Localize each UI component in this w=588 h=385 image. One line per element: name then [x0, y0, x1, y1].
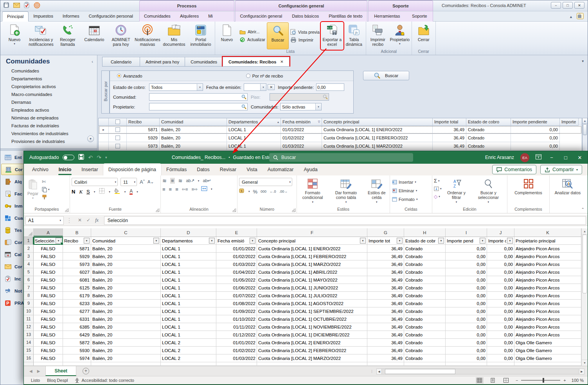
cell-K3[interactable]: Alejandro Picon Arcos [514, 253, 581, 260]
cell-J9[interactable]: 0,00 [487, 300, 514, 307]
cell-D7[interactable]: LOCAL 1 [161, 284, 216, 292]
cell-G9[interactable]: 36,49 [367, 300, 404, 307]
status-scroll-lock[interactable]: Bloq Despl [47, 378, 68, 383]
cell-D3[interactable]: LOCAL 1 [161, 253, 216, 260]
menu-tab-configuraci-n-personal[interactable]: Configuración personal [84, 11, 138, 22]
worksheet-vertical-scrollbar[interactable]: ▲ ▼ [581, 228, 588, 366]
cell-E6[interactable]: 01/05/2022 [216, 276, 257, 284]
cell-F4[interactable]: Cuota Ordinaria [LOCAL 1] MARZO/2022 [257, 260, 367, 268]
scroll-thumb[interactable] [583, 124, 587, 135]
cell-B6[interactable]: 6081 [63, 276, 91, 284]
cell-G10[interactable]: 36,49 [367, 307, 404, 315]
menu-tab-impuestos[interactable]: Impuestos [29, 11, 58, 22]
cell-D12[interactable]: LOCAL 1 [161, 323, 216, 331]
cell-F15[interactable]: Cuota Ordinaria [LOCAL 2] FEBRERO/2022 [257, 347, 367, 354]
cell-C2[interactable]: Bailén, 20 [91, 245, 161, 253]
cell-J4[interactable]: 0,00 [487, 260, 514, 268]
status-accessibility[interactable]: Accesibilidad: todo correcto [75, 378, 134, 383]
cell-D6[interactable]: LOCAL 1 [161, 276, 216, 284]
cell-C14[interactable]: Bailén, 20 [91, 339, 161, 347]
comunidad-input[interactable] [149, 93, 248, 101]
menu-tab-informes[interactable]: Informes [58, 11, 84, 22]
cell-B10[interactable]: 6277 [63, 307, 91, 315]
cell-G8[interactable]: 36,49 [367, 292, 404, 300]
header-cell-D1[interactable]: Departamentos▼ [161, 237, 216, 245]
cell-B3[interactable]: 5929 [63, 253, 91, 260]
decrease-font-icon[interactable]: A⌄ [147, 179, 154, 184]
column-header-fecha-emisi-n[interactable]: Fecha emisión∇ [281, 118, 322, 126]
fecha-emision-select[interactable]: ▾ [244, 83, 266, 91]
cell-I8[interactable]: 0,00 [446, 292, 487, 300]
cell-C10[interactable]: Bailén, 20 [91, 307, 161, 315]
name-box[interactable]: A1▾ [25, 216, 64, 225]
fx-icon[interactable]: fx [95, 217, 99, 223]
font-color-icon[interactable]: A [129, 189, 133, 195]
estado-cobro-select[interactable]: Todos▾ [149, 83, 203, 91]
cell[interactable]: Cuota Ordinaria [LOCAL 1] FEBRERO/2022 [322, 134, 433, 142]
increase-indent-icon[interactable]: ≡⇨ [191, 187, 198, 192]
cell-D9[interactable]: LOCAL 1 [161, 300, 216, 307]
column-header-importe-total[interactable]: Importe total [433, 118, 466, 126]
filter-dropdown-icon[interactable]: ▼ [56, 238, 61, 244]
column-header-C[interactable]: C [91, 228, 161, 237]
recoger-llamada-button[interactable]: Recoger llamada [54, 22, 81, 49]
cell-B16[interactable]: 5974 [63, 354, 91, 362]
cell-D13[interactable]: LOCAL 1 [161, 331, 216, 339]
cell-G5[interactable]: 36,49 [367, 268, 404, 276]
cell-F5[interactable]: Cuota Ordinaria [LOCAL 1] ABRIL/2022 [257, 268, 367, 276]
sidebar-item-copropietarios-activos[interactable]: Copropietarios activos [11, 83, 97, 90]
cell-F6[interactable]: Cuota Ordinaria [LOCAL 1] MAYO/2022 [257, 276, 367, 284]
calendario-button[interactable]: Calendario [81, 22, 108, 49]
sidebar-item-vencimientos-de-industriales[interactable]: Vencimientos de industriales [11, 130, 97, 137]
cell-G12[interactable]: 36,49 [367, 323, 404, 331]
header-cell-B1[interactable]: Recibo▼ [63, 237, 91, 245]
close-icon[interactable]: ✕ [574, 2, 584, 9]
autosave-toggle[interactable] [63, 155, 74, 160]
close-tab-icon[interactable]: ✕ [280, 57, 283, 67]
cell-K8[interactable]: Alejandro Picon Arcos [514, 292, 581, 300]
cell[interactable]: 5973 [127, 142, 160, 150]
cell-K14[interactable]: Olga Olle Gamero [514, 339, 581, 347]
cell-F9[interactable]: Cuota Ordinaria [LOCAL 1] AGOSTO/2022 [257, 300, 367, 307]
scroll-left-icon[interactable]: ◀ [376, 369, 382, 374]
align-top-icon[interactable]: ≋ [162, 178, 167, 184]
cell-B13[interactable]: 6429 [63, 331, 91, 339]
scroll-up-icon[interactable]: ▲ [582, 228, 588, 235]
cell[interactable] [367, 362, 404, 366]
abrir-button[interactable]: Abrir... [239, 29, 265, 34]
radio-por-recibo[interactable] [246, 74, 250, 78]
cell-E4[interactable]: 01/03/2022 [216, 260, 257, 268]
mail-icon[interactable] [13, 2, 20, 9]
cell[interactable] [514, 362, 581, 366]
vista-previa-button[interactable]: Vista previa [290, 29, 320, 35]
tasks-icon[interactable] [23, 2, 30, 9]
cell-E12[interactable]: 01/11/2022 [216, 323, 257, 331]
close-icon[interactable]: ✕ [576, 155, 584, 161]
cell-G6[interactable]: 36,49 [367, 276, 404, 284]
cell-F10[interactable]: Cuota Ordinaria [LOCAL 1] SEPTIEMBRE/202… [257, 307, 367, 315]
cell[interactable]: 0,00 [511, 134, 560, 142]
comunidades-select[interactable]: Sólo activas▾ [280, 103, 322, 110]
cell-D10[interactable]: LOCAL 1 [161, 307, 216, 315]
borders-icon[interactable] [99, 188, 105, 195]
analyze-data-button[interactable]: Analizar datos [553, 177, 583, 196]
cell[interactable]: 36,49 [433, 126, 466, 134]
column-header-K[interactable]: K [514, 228, 581, 237]
delete-cells-button[interactable]: Eliminar▾ [392, 187, 430, 194]
cell-I7[interactable]: 0,00 [446, 284, 487, 292]
currency-icon[interactable]: $ [239, 188, 245, 195]
cell-F13[interactable]: Cuota Ordinaria [LOCAL 1] DICIEMBRE/2022 [257, 331, 367, 339]
buscar-por-vertical-tab[interactable]: Buscar por [101, 70, 110, 114]
cell-C13[interactable]: Bailén, 20 [91, 331, 161, 339]
document-title[interactable]: Comunidades_ Recibos... [172, 155, 225, 160]
column-header-departamentos[interactable]: Departamentos▴ [227, 118, 281, 126]
cell-A2[interactable]: FALSO [34, 245, 63, 253]
cell-A6[interactable]: FALSO [34, 276, 63, 284]
cell-I14[interactable]: 0,00 [446, 339, 487, 347]
cell-H8[interactable]: Cobrado [404, 292, 446, 300]
cell-E3[interactable]: 01/02/2022 [216, 253, 257, 260]
cell-C7[interactable]: Bailén, 20 [91, 284, 161, 292]
menu-tab-mi-empresa[interactable]: Mi empresa [203, 11, 234, 22]
format-painter-icon[interactable] [42, 194, 50, 200]
cell-I15[interactable]: 0,00 [446, 347, 487, 354]
